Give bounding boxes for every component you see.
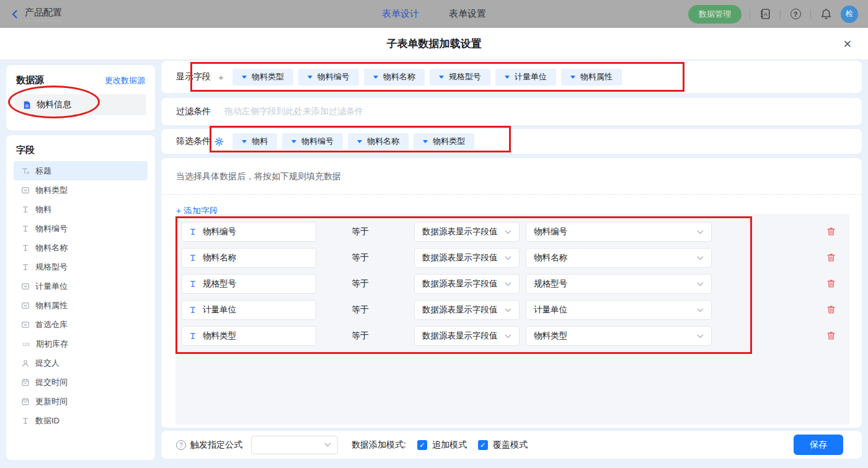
divider	[810, 9, 811, 19]
chevron-down-icon	[505, 308, 512, 312]
field-tag[interactable]: 物料名称	[348, 133, 409, 150]
target-field-label: 物料名称	[534, 252, 567, 263]
target-field-select[interactable]: 物料类型	[526, 326, 712, 346]
field-tag[interactable]: 物料编号	[282, 133, 343, 150]
field-item[interactable]: 123期初库存	[14, 334, 148, 353]
target-field-select[interactable]: 计量单位	[526, 300, 712, 320]
text-icon	[188, 332, 197, 340]
data-manage-button[interactable]: 数据管理	[688, 5, 742, 24]
field-tag[interactable]: 物料名称	[364, 69, 425, 86]
field-item[interactable]: 物料名称	[14, 238, 148, 257]
tab-form-settings[interactable]: 表单设置	[449, 8, 486, 20]
rule-field-label: 物料名称	[203, 252, 236, 263]
field-item[interactable]: 物料	[14, 200, 148, 219]
add-display-field-button[interactable]: +	[218, 72, 224, 82]
close-icon[interactable]: ✕	[843, 37, 852, 50]
data-add-mode-label: 数据添加模式:	[352, 439, 406, 451]
target-field-select[interactable]: 物料名称	[526, 248, 712, 268]
target-field-select[interactable]: 物料编号	[526, 222, 712, 242]
caret-down-icon	[570, 76, 575, 79]
formula-help-icon[interactable]: ?	[176, 440, 186, 450]
field-item[interactable]: 提交人	[14, 353, 148, 373]
delete-rule-trash-icon[interactable]	[826, 253, 836, 262]
formula-select[interactable]	[251, 436, 338, 454]
help-icon[interactable]: ?	[789, 7, 802, 21]
target-field-select[interactable]: 规格型号	[526, 274, 712, 294]
field-item[interactable]: 数据ID	[14, 411, 148, 430]
notification-bell-icon[interactable]	[819, 7, 833, 21]
field-item[interactable]: 更新时间	[14, 392, 148, 411]
text-icon	[188, 227, 197, 236]
filter-label: 过滤条件	[176, 106, 211, 117]
checkbox-checked-icon	[417, 440, 427, 450]
address-book-icon[interactable]: A	[758, 7, 772, 21]
source-value-select[interactable]: 数据源表显示字段值	[414, 300, 520, 320]
display-fields-row: 显示字段 + 物料类型物料编号物料名称规格型号计量单位物料属性	[161, 61, 862, 93]
rule-field-input[interactable]: 物料类型	[181, 326, 316, 346]
field-item[interactable]: 首选仓库	[14, 315, 148, 334]
gear-icon[interactable]	[215, 137, 224, 146]
rule-field-input[interactable]: 物料编号	[181, 222, 316, 242]
field-item-label: 更新时间	[35, 396, 68, 407]
tag-label: 物料类型	[252, 71, 284, 82]
select-icon	[21, 320, 30, 329]
rule-field-input[interactable]: 物料名称	[181, 248, 316, 268]
filter-row: 过滤条件 拖动左侧字段到此处来添加过滤条件	[161, 98, 862, 125]
field-item[interactable]: 计量单位	[14, 276, 148, 296]
svg-text:A: A	[764, 11, 768, 17]
user-avatar[interactable]: 检	[841, 6, 858, 23]
caret-down-icon	[423, 140, 428, 143]
rule-field-label: 规格型号	[203, 278, 236, 289]
field-tag[interactable]: 物料属性	[561, 69, 622, 86]
rule-field-input[interactable]: 规格型号	[181, 274, 316, 294]
field-item[interactable]: 标题	[14, 161, 148, 180]
field-item[interactable]: 物料类型	[14, 180, 148, 200]
field-item[interactable]: 物料属性	[14, 296, 148, 315]
field-tag[interactable]: 物料类型	[414, 133, 474, 150]
source-value-select[interactable]: 数据源表显示字段值	[414, 274, 520, 294]
delete-rule-trash-icon[interactable]	[826, 305, 836, 314]
rule-operator: 等于	[335, 222, 385, 242]
tag-label: 物料属性	[580, 71, 613, 82]
filter-dropzone[interactable]: 拖动左侧字段到此处来添加过滤条件	[224, 106, 363, 117]
source-value-select[interactable]: 数据源表显示字段值	[414, 326, 520, 346]
field-item[interactable]: 物料编号	[14, 219, 148, 238]
field-tag[interactable]: 物料编号	[298, 69, 359, 86]
field-item[interactable]: 规格型号	[14, 257, 148, 276]
select-icon	[21, 301, 30, 310]
rule-field-input[interactable]: 计量单位	[181, 300, 316, 320]
number-icon: 123	[21, 340, 30, 348]
title-icon	[21, 167, 30, 175]
chevron-down-icon	[697, 334, 704, 338]
modal-body: 数据源 更改数据源 物料信息 字段 标题物料类型物料物料编号物料名称规格型号计量…	[0, 60, 868, 468]
field-item[interactable]: 提交时间	[14, 373, 148, 392]
source-value-label: 数据源表显示字段值	[422, 330, 498, 342]
text-icon	[21, 417, 30, 425]
datasource-item[interactable]: 物料信息	[15, 94, 146, 115]
delete-rule-trash-icon[interactable]	[826, 227, 836, 236]
chevron-down-icon	[505, 282, 512, 286]
caret-down-icon	[308, 76, 312, 79]
change-datasource-link[interactable]: 更改数据源	[105, 75, 145, 86]
field-item-label: 数据ID	[35, 415, 60, 426]
back-button[interactable]: 产品配置	[10, 7, 62, 21]
append-mode-checkbox[interactable]: 追加模式	[417, 439, 467, 451]
tab-form-design[interactable]: 表单设计	[382, 8, 419, 20]
source-value-label: 数据源表显示字段值	[422, 226, 498, 237]
overwrite-mode-checkbox[interactable]: 覆盖模式	[478, 439, 528, 451]
source-value-select[interactable]: 数据源表显示字段值	[414, 248, 520, 268]
formula-label: 触发指定公式	[190, 439, 242, 451]
rule-field-label: 计量单位	[203, 304, 236, 316]
display-field-tags: 物料类型物料编号物料名称规格型号计量单位物料属性	[232, 69, 622, 86]
field-item-label: 物料	[35, 204, 51, 215]
field-tag[interactable]: 物料	[232, 133, 277, 150]
field-tag[interactable]: 规格型号	[430, 69, 490, 86]
target-field-label: 规格型号	[534, 278, 567, 289]
field-tag[interactable]: 计量单位	[495, 69, 556, 86]
field-tag[interactable]: 物料类型	[232, 69, 293, 86]
save-button[interactable]: 保存	[794, 435, 843, 455]
delete-rule-trash-icon[interactable]	[826, 331, 836, 340]
delete-rule-trash-icon[interactable]	[826, 279, 836, 288]
rule-row: 物料名称等于数据源表显示字段值物料名称	[175, 248, 849, 268]
source-value-select[interactable]: 数据源表显示字段值	[414, 222, 520, 242]
